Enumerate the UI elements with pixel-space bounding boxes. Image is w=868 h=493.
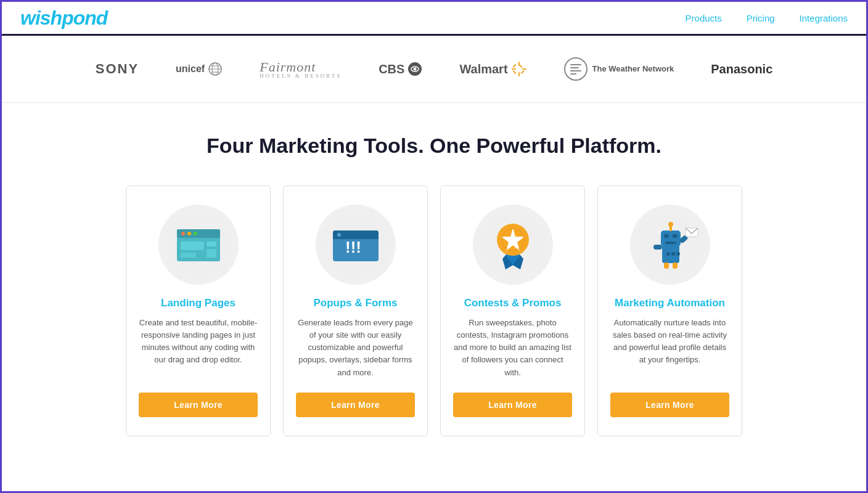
cards-container: Landing Pages Create and test beautiful,…	[39, 185, 829, 436]
main-section: Four Marketing Tools. One Powerful Platf…	[2, 103, 866, 461]
popups-forms-card: !!! Popups & Forms Generate leads from e…	[283, 185, 428, 436]
landing-pages-title: Landing Pages	[161, 297, 235, 309]
popups-forms-icon: !!!	[322, 211, 390, 279]
brand-walmart: Walmart	[459, 61, 526, 77]
nav: Products Pricing Integrations	[686, 13, 848, 23]
brand-unicef: unicef	[176, 62, 223, 76]
svg-point-48	[668, 222, 673, 227]
svg-text:!!!: !!!	[345, 238, 361, 256]
unicef-globe-icon	[208, 62, 223, 76]
marketing-automation-desc: Automatically nurture leads into sales b…	[610, 317, 729, 379]
svg-rect-25	[207, 249, 216, 258]
popups-forms-learn-more-button[interactable]: Learn More	[296, 393, 415, 417]
popups-forms-icon-circle: !!!	[316, 205, 396, 285]
svg-rect-43	[661, 230, 681, 246]
marketing-automation-title: Marketing Automation	[615, 297, 725, 309]
svg-rect-22	[181, 242, 204, 250]
landing-pages-card: Landing Pages Create and test beautiful,…	[126, 185, 271, 436]
popups-forms-desc: Generate leads from every page of your s…	[296, 317, 415, 379]
marketing-automation-card: Marketing Automation Automatically nurtu…	[597, 185, 742, 436]
contests-promos-icon	[479, 211, 547, 279]
svg-rect-44	[664, 234, 669, 238]
brand-fairmont: Fairmont HOTELS & RESORTS	[260, 59, 342, 79]
contests-promos-icon-circle	[473, 205, 553, 285]
svg-rect-13	[520, 70, 524, 74]
svg-rect-53	[673, 263, 678, 269]
brand-sony: SONY	[96, 61, 139, 77]
walmart-spark-icon	[511, 61, 527, 77]
logo[interactable]: wishpond	[20, 7, 107, 30]
brands-section: SONY unicef Fairmont HOTELS & RESORTS CB…	[2, 36, 866, 103]
landing-pages-learn-more-button[interactable]: Learn More	[139, 393, 258, 417]
nav-products[interactable]: Products	[686, 13, 722, 23]
svg-rect-24	[207, 242, 216, 246]
header: wishpond Products Pricing Integrations	[2, 2, 866, 36]
svg-rect-49	[653, 245, 662, 250]
landing-pages-icon	[165, 211, 232, 279]
svg-rect-12	[512, 64, 516, 68]
landing-pages-desc: Create and test beautiful, mobile-respon…	[139, 317, 258, 379]
popups-forms-title: Popups & Forms	[313, 297, 397, 309]
marketing-automation-icon	[636, 211, 704, 279]
contests-promos-learn-more-button[interactable]: Learn More	[453, 393, 572, 417]
svg-point-21	[194, 232, 197, 235]
svg-point-55	[671, 252, 675, 256]
svg-rect-10	[512, 68, 516, 70]
svg-rect-46	[665, 242, 676, 244]
brand-weather: The Weather Network	[564, 57, 674, 81]
cbs-eye-icon	[407, 62, 422, 76]
contests-promos-title: Contests & Promos	[464, 297, 562, 309]
svg-rect-23	[181, 253, 196, 258]
svg-rect-15	[512, 70, 516, 74]
contests-promos-desc: Run sweepstakes, photo contests, Instagr…	[453, 317, 572, 379]
svg-rect-45	[673, 234, 678, 238]
svg-point-30	[337, 233, 341, 237]
svg-rect-52	[664, 263, 669, 269]
svg-point-19	[181, 232, 185, 235]
svg-rect-14	[518, 64, 522, 68]
weather-text: The Weather Network	[592, 64, 674, 75]
nav-integrations[interactable]: Integrations	[800, 13, 848, 23]
svg-point-56	[676, 252, 680, 256]
brand-panasonic: Panasonic	[711, 62, 772, 76]
brand-cbs: CBS	[379, 62, 422, 76]
main-title: Four Marketing Tools. One Powerful Platf…	[39, 134, 829, 158]
nav-pricing[interactable]: Pricing	[747, 13, 775, 23]
weather-logo-circle	[564, 57, 588, 81]
svg-point-20	[187, 232, 191, 235]
svg-point-54	[666, 252, 670, 256]
marketing-automation-icon-circle	[630, 205, 710, 285]
svg-rect-11	[522, 68, 526, 70]
marketing-automation-learn-more-button[interactable]: Learn More	[610, 393, 729, 417]
svg-point-7	[414, 68, 417, 71]
svg-rect-9	[518, 72, 520, 76]
landing-pages-icon-circle	[158, 205, 239, 285]
contests-promos-card: Contests & Promos Run sweepstakes, photo…	[440, 185, 585, 436]
